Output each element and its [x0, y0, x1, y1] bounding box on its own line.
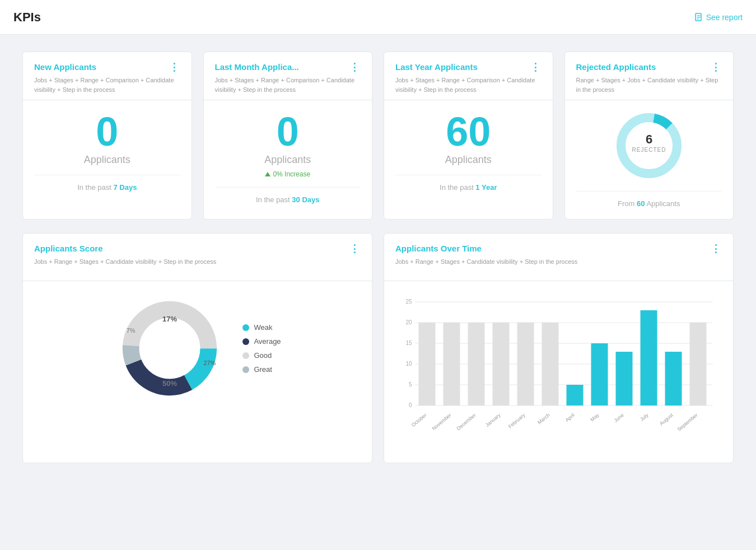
card-menu-lastmonth[interactable]: ⋮: [349, 62, 361, 72]
legend-label-average: Average: [254, 337, 281, 346]
card-increase-lastmonth: 0% Increase: [215, 170, 361, 178]
svg-text:15: 15: [405, 340, 412, 346]
page-title: KPIs: [13, 10, 41, 25]
card-footer-lastyear: In the past 1 Year: [395, 175, 542, 192]
card-label-lastmonth: Applicants: [215, 154, 361, 166]
legend-great: Great: [242, 365, 281, 374]
legend-good: Good: [242, 351, 281, 360]
rejected-card: Rejected Applicants ⋮ Range + Stages + J…: [564, 52, 734, 220]
page-content: New Applicants ⋮ Jobs + Stages + Range +…: [0, 35, 756, 480]
score-pie-chart: 17% 27% 50% 7%: [114, 292, 226, 404]
legend-label-great: Great: [254, 365, 272, 374]
card-subtitle-lastmonth: Jobs + Stages + Range + Comparison + Can…: [215, 76, 361, 94]
bar-march: [542, 323, 559, 405]
card-menu-lastyear[interactable]: ⋮: [530, 62, 542, 72]
overtime-card-menu[interactable]: ⋮: [711, 244, 722, 254]
last-year-card: Last Year Applicants ⋮ Jobs + Stages + R…: [384, 52, 553, 220]
card-number-lastmonth: 0: [215, 111, 361, 152]
card-menu-rejected[interactable]: ⋮: [711, 62, 722, 72]
legend-average: Average: [242, 337, 281, 346]
svg-text:20: 20: [405, 319, 412, 325]
legend-weak: Weak: [242, 323, 281, 332]
bar-july: [641, 310, 657, 405]
overtime-card-title: Applicants Over Time: [395, 244, 507, 253]
bar-december: [468, 323, 485, 405]
svg-text:REJECTED: REJECTED: [632, 147, 666, 153]
svg-text:August: August: [659, 412, 674, 427]
card-subtitle-new: Jobs + Stages + Range + Comparison + Can…: [34, 76, 180, 94]
score-card-subtitle: Jobs + Range + Stages + Candidate visibi…: [34, 257, 361, 275]
svg-text:50%: 50%: [163, 379, 178, 388]
svg-text:December: December: [456, 412, 477, 431]
svg-text:June: June: [613, 412, 624, 423]
card-label-new: Applicants: [34, 154, 180, 166]
svg-text:July: July: [639, 412, 650, 422]
legend-dot-weak: [242, 324, 249, 331]
svg-text:May: May: [589, 412, 600, 423]
rejected-donut-chart: 6 REJECTED: [613, 109, 685, 182]
svg-text:10: 10: [405, 361, 412, 367]
top-bar: KPIs See report: [0, 0, 756, 35]
bar-october: [419, 323, 436, 405]
svg-text:April: April: [564, 412, 576, 423]
card-label-lastyear: Applicants: [395, 154, 542, 166]
card-title-rejected: Rejected Applicants: [576, 62, 688, 72]
see-report-label: See report: [706, 13, 743, 22]
card-subtitle-rejected: Range + Stages + Jobs + Candidate visibi…: [576, 76, 722, 94]
card-footer-rejected: From 60 Applicants: [576, 191, 722, 208]
report-icon: [695, 13, 703, 22]
overtime-card: Applicants Over Time ⋮ Jobs + Range + St…: [384, 233, 734, 463]
svg-text:March: March: [536, 412, 551, 426]
svg-text:6: 6: [646, 132, 652, 146]
svg-text:17%: 17%: [163, 315, 178, 323]
card-footer-lastmonth: In the past 30 Days: [215, 187, 361, 204]
score-card-title: Applicants Score: [34, 244, 146, 253]
bar-january: [493, 323, 510, 405]
legend-dot-good: [242, 352, 249, 359]
bar-september: [690, 323, 707, 405]
legend-label-good: Good: [254, 351, 272, 360]
increase-text: 0% Increase: [273, 170, 310, 178]
bar-february: [517, 323, 534, 405]
bar-august: [665, 352, 682, 405]
see-report-button[interactable]: See report: [695, 13, 743, 22]
bar-november: [444, 323, 460, 405]
svg-text:27%: 27%: [204, 360, 216, 366]
score-card-menu[interactable]: ⋮: [349, 244, 361, 254]
legend-label-weak: Weak: [254, 323, 272, 332]
legend-dot-average: [242, 338, 249, 345]
svg-text:5: 5: [409, 381, 412, 388]
svg-text:January: January: [484, 412, 502, 428]
card-title-lastyear: Last Year Applicants: [395, 62, 507, 72]
bottom-row: Applicants Score ⋮ Jobs + Range + Stages…: [22, 233, 734, 463]
bar-chart: 25 20 15 10 5 0: [395, 292, 722, 449]
card-number-lastyear: 60: [395, 111, 542, 152]
kpi-cards-row: New Applicants ⋮ Jobs + Stages + Range +…: [22, 52, 734, 220]
card-title-lastmonth: Last Month Applica...: [215, 62, 327, 72]
bar-june: [616, 352, 633, 405]
card-footer-new: In the past 7 Days: [34, 175, 180, 192]
new-applicants-card: New Applicants ⋮ Jobs + Stages + Range +…: [22, 52, 192, 220]
pie-section: 17% 27% 50% 7% Weak Average: [34, 292, 361, 404]
svg-text:25: 25: [405, 299, 412, 305]
card-number-new: 0: [34, 111, 180, 152]
svg-text:7%: 7%: [127, 327, 136, 334]
rejected-donut-wrapper: 6 REJECTED: [576, 109, 722, 182]
bar-chart-area: 25 20 15 10 5 0: [395, 292, 722, 451]
svg-text:February: February: [507, 412, 526, 430]
card-subtitle-lastyear: Jobs + Stages + Range + Comparison + Can…: [395, 76, 542, 94]
legend-dot-great: [242, 366, 249, 373]
increase-triangle: [265, 172, 270, 176]
score-legend: Weak Average Good Great: [242, 323, 281, 374]
svg-text:0: 0: [409, 402, 412, 408]
svg-point-16: [147, 325, 193, 371]
card-menu-new[interactable]: ⋮: [169, 62, 180, 72]
svg-text:September: September: [676, 412, 699, 432]
bar-may: [591, 343, 608, 405]
overtime-card-subtitle: Jobs + Range + Stages + Candidate visibi…: [395, 257, 722, 275]
bar-april: [567, 385, 584, 405]
score-card: Applicants Score ⋮ Jobs + Range + Stages…: [22, 233, 372, 463]
last-month-card: Last Month Applica... ⋮ Jobs + Stages + …: [203, 52, 373, 220]
card-title-new: New Applicants: [34, 62, 146, 72]
svg-text:November: November: [431, 412, 452, 431]
